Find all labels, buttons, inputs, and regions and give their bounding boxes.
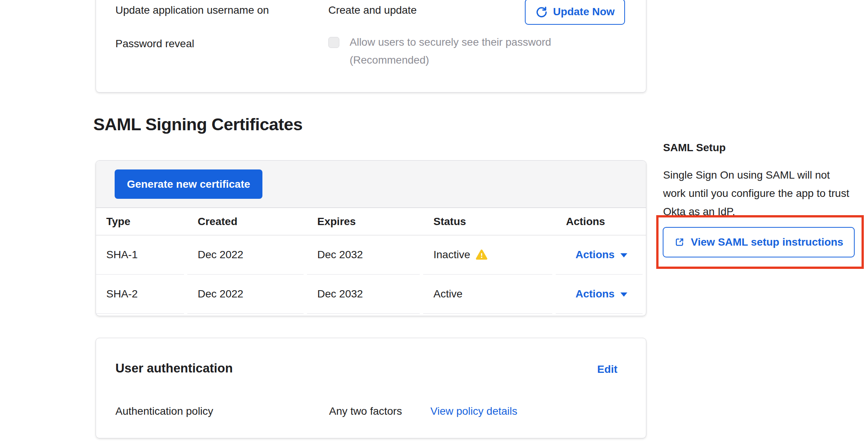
cell-created: Dec 2022 — [187, 275, 304, 314]
cell-status: Inactive — [423, 235, 552, 275]
page-title: SAML Signing Certificates — [93, 115, 302, 134]
update-now-button[interactable]: Update Now — [525, 0, 625, 25]
cell-status: Active — [423, 275, 552, 314]
status-text: Active — [433, 288, 462, 300]
chevron-down-icon — [620, 253, 627, 257]
username-update-value: Create and update — [328, 4, 417, 16]
cell-actions: Actions — [556, 235, 643, 275]
cell-expires: Dec 2032 — [307, 275, 420, 314]
password-reveal-description-line2: (Recommended) — [350, 51, 593, 69]
table-row: SHA-2 Dec 2022 Dec 2032 Active Actions — [96, 275, 646, 314]
authentication-policy-label: Authentication policy — [115, 405, 213, 417]
certificates-toolbar: Generate new certificate — [96, 161, 646, 208]
actions-dropdown[interactable]: Actions — [575, 288, 627, 300]
saml-setup-panel: SAML Setup Single Sign On using SAML wil… — [663, 142, 854, 221]
refresh-icon — [535, 6, 548, 18]
cell-type: SHA-1 — [96, 235, 184, 275]
column-header-created: Created — [187, 216, 307, 228]
actions-dropdown-label: Actions — [575, 288, 615, 300]
update-now-label: Update Now — [553, 6, 615, 18]
user-authentication-title: User authentication — [115, 361, 233, 375]
generate-certificate-button[interactable]: Generate new certificate — [115, 169, 262, 199]
password-reveal-description: Allow users to securely see their passwo… — [350, 33, 593, 69]
view-policy-details-link[interactable]: View policy details — [430, 405, 517, 417]
certificates-table-header: Type Created Expires Status Actions — [96, 208, 646, 235]
view-saml-setup-instructions-button[interactable]: View SAML setup instructions — [663, 227, 855, 257]
sign-on-settings-card: Update application username on Create an… — [96, 0, 646, 93]
password-reveal-description-line1: Allow users to securely see their passwo… — [350, 33, 593, 51]
certificates-card: Generate new certificate Type Created Ex… — [96, 160, 646, 316]
saml-setup-description: Single Sign On using SAML will not work … — [663, 166, 850, 221]
warning-icon — [475, 249, 488, 261]
cell-expires: Dec 2032 — [307, 235, 420, 275]
username-update-label: Update application username on — [115, 4, 269, 16]
cell-actions: Actions — [556, 275, 643, 314]
column-header-actions: Actions — [556, 216, 646, 228]
authentication-policy-value: Any two factors — [329, 405, 402, 417]
column-header-status: Status — [423, 216, 556, 228]
cell-type: SHA-2 — [96, 275, 184, 314]
password-reveal-checkbox[interactable] — [328, 37, 339, 48]
table-row: SHA-1 Dec 2022 Dec 2032 Inactive Actions — [96, 235, 646, 275]
external-link-icon — [674, 237, 685, 248]
cell-created: Dec 2022 — [187, 235, 304, 275]
page: Update application username on Create an… — [0, 0, 868, 441]
column-header-expires: Expires — [307, 216, 423, 228]
user-authentication-card: User authentication Edit Authentication … — [96, 338, 646, 438]
password-reveal-label: Password reveal — [115, 38, 194, 50]
saml-setup-title: SAML Setup — [663, 142, 854, 154]
view-saml-setup-instructions-label: View SAML setup instructions — [691, 236, 843, 248]
status-text: Inactive — [433, 249, 470, 261]
edit-link[interactable]: Edit — [597, 363, 617, 375]
actions-dropdown[interactable]: Actions — [575, 249, 627, 261]
actions-dropdown-label: Actions — [575, 249, 615, 261]
chevron-down-icon — [620, 292, 627, 297]
column-header-type: Type — [96, 216, 187, 228]
